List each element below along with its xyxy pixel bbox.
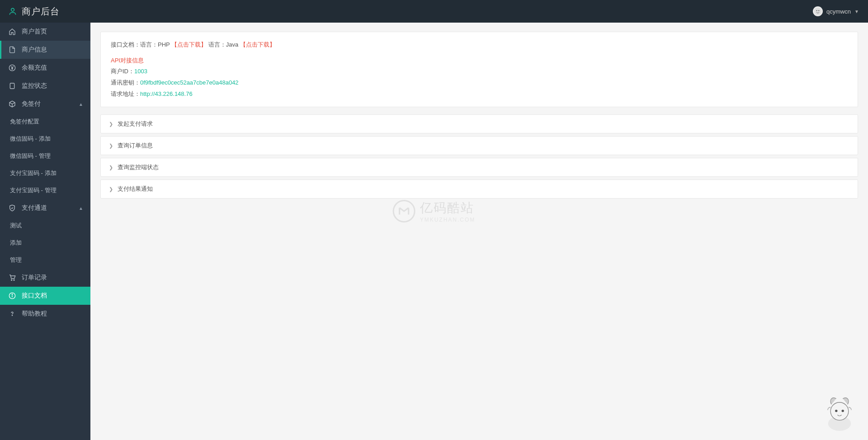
svg-point-3 — [818, 10, 819, 11]
svg-point-2 — [816, 10, 817, 11]
caret-down-icon: ▼ — [854, 9, 859, 14]
svg-point-0 — [11, 8, 14, 11]
header: 商户后台 qcymwcn ▼ — [0, 0, 868, 23]
app-title: 商户后台 — [22, 5, 60, 18]
user-icon — [8, 7, 17, 16]
avatar — [813, 6, 823, 16]
user-menu[interactable]: qcymwcn ▼ — [813, 6, 859, 16]
logo: 商户后台 — [0, 0, 90, 23]
svg-point-1 — [814, 8, 822, 15]
username: qcymwcn — [826, 8, 851, 15]
